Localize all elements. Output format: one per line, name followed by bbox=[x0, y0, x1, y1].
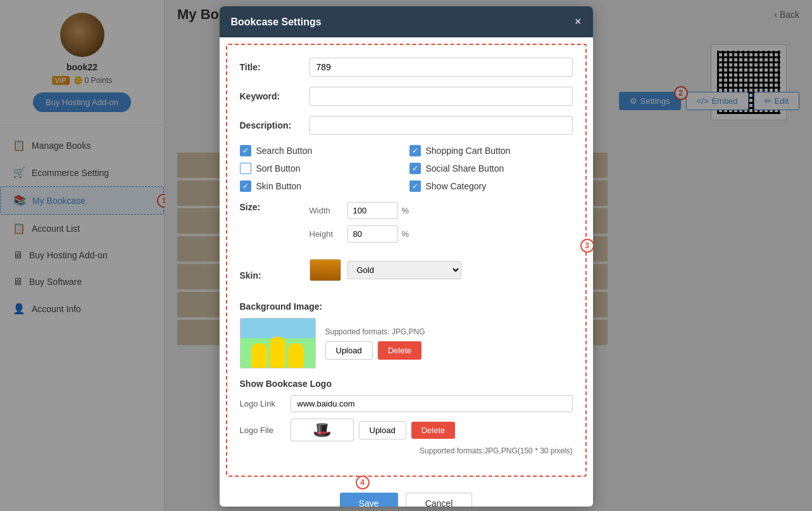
social-share-checkbox[interactable] bbox=[409, 163, 421, 174]
height-unit: % bbox=[402, 229, 409, 239]
background-image-title: Background Image: bbox=[240, 301, 573, 312]
shopping-cart-checkbox[interactable] bbox=[409, 145, 421, 156]
background-buttons: Upload Delete bbox=[325, 341, 425, 360]
modal-overlay: Bookcase Settings × 3 Title: Keyword: De… bbox=[0, 0, 812, 511]
modal-body: 3 Title: Keyword: Description: bbox=[226, 44, 587, 477]
checkbox-grid: Search Button Shopping Cart Button Sort … bbox=[240, 145, 573, 192]
size-label: Size: bbox=[240, 202, 309, 212]
skin-preview bbox=[309, 259, 341, 281]
logo-file-preview: 🎩 bbox=[290, 419, 354, 441]
size-inputs: Width % Height % bbox=[309, 202, 409, 249]
logo-section: Show Bookcase Logo Logo Link Logo File 🎩… bbox=[240, 379, 573, 455]
height-row: Height % bbox=[309, 225, 409, 243]
skin-label: Skin: bbox=[240, 270, 309, 281]
bookcase-settings-modal: Bookcase Settings × 3 Title: Keyword: De… bbox=[220, 6, 593, 507]
height-label: Height bbox=[309, 229, 347, 239]
save-button[interactable]: Save bbox=[340, 493, 398, 507]
background-image-row: Supported formats: JPG,PNG Upload Delete bbox=[240, 318, 573, 369]
modal-close-button[interactable]: × bbox=[575, 15, 582, 28]
shopping-cart-label: Shopping Cart Button bbox=[426, 146, 511, 156]
logo-link-input[interactable] bbox=[290, 395, 573, 412]
background-upload-button[interactable]: Upload bbox=[325, 341, 373, 360]
show-category-checkbox[interactable] bbox=[409, 180, 421, 192]
title-label: Title: bbox=[240, 62, 309, 72]
checkbox-show-category: Show Category bbox=[409, 180, 573, 192]
checkbox-sort-button: Sort Button bbox=[240, 163, 403, 174]
minion-2 bbox=[270, 337, 285, 369]
modal-header: Bookcase Settings × bbox=[220, 6, 593, 37]
logo-delete-button[interactable]: Delete bbox=[411, 422, 456, 439]
annotation-circle-3: 3 bbox=[580, 239, 593, 253]
search-button-checkbox[interactable] bbox=[240, 145, 251, 156]
background-image-section: Background Image: Supporte bbox=[240, 301, 573, 369]
checkbox-skin-button: Skin Button bbox=[240, 180, 403, 192]
keyword-label: Keyword: bbox=[240, 91, 309, 101]
logo-file-row: Logo File 🎩 Upload Delete bbox=[240, 419, 573, 441]
keyword-input[interactable] bbox=[309, 87, 573, 106]
minion-1 bbox=[251, 343, 267, 369]
logo-section-title: Show Bookcase Logo bbox=[240, 379, 573, 389]
modal-title: Bookcase Settings bbox=[231, 16, 322, 28]
width-input[interactable] bbox=[347, 202, 398, 219]
skin-select[interactable]: Gold Blue Green bbox=[347, 261, 461, 279]
checkbox-shopping-cart: Shopping Cart Button bbox=[409, 145, 573, 156]
logo-file-label: Logo File bbox=[240, 426, 290, 435]
title-row: Title: bbox=[240, 58, 573, 77]
cancel-button[interactable]: Cancel bbox=[406, 493, 473, 507]
modal-footer: 4 Save Cancel bbox=[220, 483, 593, 507]
height-input[interactable] bbox=[347, 225, 398, 243]
description-input[interactable] bbox=[309, 116, 573, 135]
keyword-row: Keyword: bbox=[240, 87, 573, 106]
minions-image bbox=[240, 318, 315, 369]
width-row: Width % bbox=[309, 202, 409, 219]
title-input[interactable] bbox=[309, 58, 573, 77]
skin-button-checkbox[interactable] bbox=[240, 180, 251, 192]
checkbox-social-share: Social Share Button bbox=[409, 163, 573, 174]
logo-upload-button[interactable]: Upload bbox=[359, 421, 406, 439]
width-label: Width bbox=[309, 206, 347, 215]
logo-link-row: Logo Link bbox=[240, 395, 573, 412]
skin-row: Skin: Gold Blue Green bbox=[240, 259, 573, 291]
checkbox-search-button: Search Button bbox=[240, 145, 403, 156]
background-delete-button[interactable]: Delete bbox=[378, 341, 422, 360]
background-formats-text: Supported formats: JPG,PNG bbox=[325, 327, 425, 336]
logo-link-label: Logo Link bbox=[240, 399, 290, 408]
annotation-circle-4: 4 bbox=[356, 476, 370, 489]
logo-supported-formats: Supported formats:JPG,PNG(150 * 30 pixel… bbox=[240, 446, 573, 455]
minion-3 bbox=[288, 343, 304, 369]
sort-button-label: Sort Button bbox=[256, 163, 301, 173]
description-row: Description: bbox=[240, 116, 573, 135]
search-button-label: Search Button bbox=[256, 146, 313, 156]
background-upload-area: Supported formats: JPG,PNG Upload Delete bbox=[325, 327, 425, 360]
description-label: Description: bbox=[240, 120, 309, 130]
social-share-label: Social Share Button bbox=[426, 163, 504, 173]
size-section: Size: Width % Height % bbox=[240, 202, 573, 249]
skin-button-label: Skin Button bbox=[256, 181, 302, 191]
sort-button-checkbox[interactable] bbox=[240, 163, 251, 174]
background-thumbnail bbox=[240, 318, 316, 369]
show-category-label: Show Category bbox=[426, 181, 487, 191]
skin-controls: Gold Blue Green bbox=[309, 259, 461, 281]
width-unit: % bbox=[402, 206, 409, 215]
